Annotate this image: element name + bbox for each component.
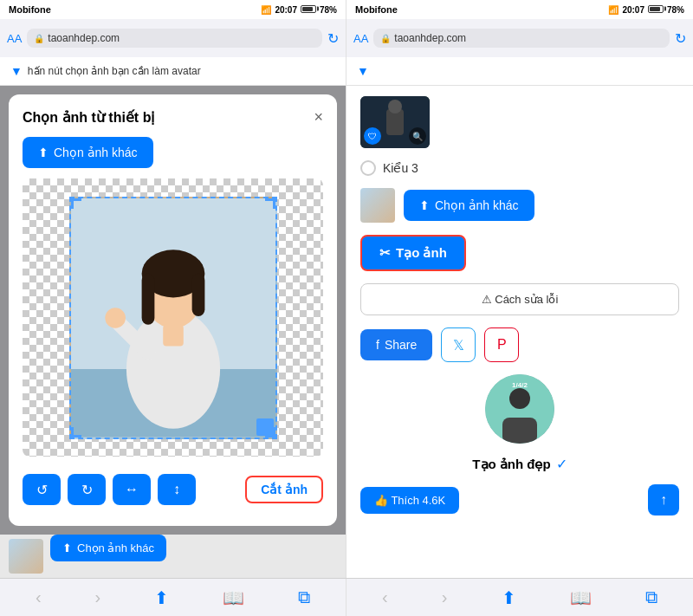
radio-button-style3[interactable]: [360, 160, 376, 176]
undo-button[interactable]: ↺: [23, 474, 61, 505]
carrier-right: Mobifone: [355, 4, 398, 15]
status-icons-right: 📶 20:07 78%: [608, 5, 684, 15]
share-twitter-button[interactable]: 𝕏: [441, 327, 476, 362]
cropped-photo[interactable]: [69, 197, 277, 439]
hint-text-left: hấn nút chọn ảnh bạn cần làm avatar: [28, 65, 201, 77]
flip-vertical-button[interactable]: ↕: [158, 474, 196, 505]
redo-button[interactable]: ↻: [68, 474, 106, 505]
create-image-button[interactable]: ✂ Tạo ảnh: [360, 235, 466, 271]
close-icon[interactable]: ×: [314, 108, 323, 126]
bottom-toolbar: ↺ ↻ ↔ ↕ Cắt ảnh: [23, 467, 323, 512]
share-button-right[interactable]: ⬆: [502, 587, 516, 608]
battery-icon-left: [301, 5, 316, 15]
chevron-down-icon-right: ▼: [357, 64, 369, 78]
crop-handle[interactable]: [256, 418, 274, 436]
status-bar-right: Mobifone 📶 20:07 78%: [346, 0, 693, 19]
choose-another-label: Chọn ảnh khác: [435, 198, 519, 212]
pinterest-icon: P: [497, 337, 507, 353]
status-bar-left: Mobifone 📶 20:07 78%: [0, 0, 346, 19]
refresh-icon-right[interactable]: ↻: [675, 30, 686, 47]
avatar-preview: 1/4/2: [485, 374, 554, 444]
hint-bar-right: ▼: [346, 57, 693, 86]
wifi-icon-right: 📶: [608, 5, 619, 15]
share-facebook-button[interactable]: f Share: [360, 329, 432, 360]
twitter-icon: 𝕏: [453, 337, 464, 353]
lock-icon-right: 🔒: [380, 34, 391, 43]
share-button-left[interactable]: ⬆: [154, 587, 169, 608]
tabs-button-left[interactable]: ⧉: [298, 587, 310, 607]
crop-corner-bl: [71, 427, 81, 438]
url-bar-left[interactable]: 🔒 taoanhdep.com: [27, 29, 322, 48]
main-content: ▼ hấn nút chọn ảnh bạn cần làm avatar Ch…: [0, 57, 693, 578]
zoom-icon: 🔍: [409, 127, 426, 145]
svg-rect-5: [141, 273, 154, 324]
aa-button-right[interactable]: AA: [353, 32, 368, 45]
cut-image-button[interactable]: Cắt ảnh: [245, 476, 323, 503]
bookmarks-button-left[interactable]: 📖: [223, 587, 244, 608]
nav-bar-left: ‹ › ⬆ 📖 ⧉: [0, 579, 346, 616]
like-label: 👍 Thích 4.6K: [374, 494, 445, 507]
bottom-strip-left: ⬆ Chọn ảnh khác: [0, 535, 346, 578]
fix-error-label: ⚠ Cách sửa lỗi: [482, 293, 559, 306]
modal-header: Chọn ảnh từ thiết bị ×: [23, 108, 323, 126]
like-button[interactable]: 👍 Thích 4.6K: [360, 487, 459, 514]
battery-percent-left: 78%: [320, 5, 337, 15]
bookmarks-button-right[interactable]: 📖: [570, 587, 592, 608]
bottom-choose-label: Chọn ảnh khác: [77, 541, 154, 554]
battery-icon-right: [648, 5, 664, 15]
image-preview-top: 🛡 🔍: [360, 96, 430, 148]
back-button-left[interactable]: ‹: [36, 587, 42, 607]
carrier-left: Mobifone: [9, 4, 51, 15]
forward-button-left[interactable]: ›: [95, 587, 101, 607]
wifi-icon: 📶: [261, 5, 271, 15]
right-panel: ▼ 🛡 🔍 Kiểu 3: [346, 57, 693, 578]
browser-chrome-right: AA 🔒 taoanhdep.com ↻: [346, 19, 693, 57]
nav-bar: ‹ › ⬆ 📖 ⧉ ‹ › ⬆ 📖 ⧉: [0, 578, 693, 616]
modal-title: Chọn ảnh từ thiết bị: [23, 109, 154, 126]
tabs-button-right[interactable]: ⧉: [645, 587, 657, 607]
aa-button-left[interactable]: AA: [7, 32, 22, 45]
refresh-icon-left[interactable]: ↻: [327, 30, 339, 47]
browser-chrome-left: AA 🔒 taoanhdep.com ↻: [0, 19, 346, 57]
choose-button-row: ⬆ Chọn ảnh khác: [360, 188, 679, 223]
share-buttons: f Share 𝕏 P: [360, 327, 679, 362]
url-bar-right[interactable]: 🔒 taoanhdep.com: [373, 29, 670, 48]
image-editor: [23, 178, 323, 457]
cut-image-label: Cắt ảnh: [261, 483, 308, 496]
share-pinterest-button[interactable]: P: [484, 327, 519, 362]
fix-error-button[interactable]: ⚠ Cách sửa lỗi: [360, 283, 679, 315]
nav-bar-right: ‹ › ⬆ 📖 ⧉: [346, 579, 693, 616]
scroll-top-button[interactable]: ↑: [648, 484, 679, 515]
battery-percent-right: 78%: [667, 5, 684, 15]
style-option-3: Kiểu 3: [360, 160, 679, 176]
svg-rect-6: [191, 273, 204, 315]
person-figure: [71, 198, 275, 438]
like-row: 👍 Thích 4.6K ↑: [360, 484, 679, 515]
upload-icon-right: ⬆: [419, 198, 430, 212]
choose-image-button[interactable]: ⬆ Chọn ảnh khác: [23, 137, 153, 168]
svg-rect-15: [502, 418, 537, 444]
avatar-date-text: 1/4/2: [512, 381, 528, 389]
back-button-right[interactable]: ‹: [382, 587, 388, 607]
share-label: Share: [385, 338, 417, 352]
flip-horizontal-button[interactable]: ↔: [113, 474, 151, 505]
scroll-top-icon: ↑: [660, 492, 667, 508]
svg-point-9: [105, 308, 126, 328]
verified-icon: ✓: [556, 456, 567, 472]
status-bar: Mobifone 📶 20:07 78% Mobifone 📶 20:07 78…: [0, 0, 693, 19]
shield-icon: 🛡: [364, 127, 381, 145]
crop-corner-tr: [265, 198, 275, 209]
svg-rect-7: [163, 324, 184, 346]
forward-button-right[interactable]: ›: [442, 587, 448, 607]
style3-label: Kiểu 3: [383, 161, 418, 175]
url-text-right: taoanhdep.com: [394, 32, 466, 44]
scissors-icon: ✂: [379, 245, 391, 261]
right-thumbnail: [360, 188, 395, 223]
upload-icon-bottom: ⬆: [62, 541, 72, 554]
choose-another-button[interactable]: ⬆ Chọn ảnh khác: [404, 190, 534, 221]
preview-thumbnail-left: [9, 539, 43, 574]
lock-icon-left: 🔒: [34, 34, 44, 43]
bottom-choose-button[interactable]: ⬆ Chọn ảnh khác: [50, 535, 166, 561]
hint-bar-left: ▼ hấn nút chọn ảnh bạn cần làm avatar: [0, 57, 346, 86]
time-left: 20:07: [275, 5, 297, 15]
